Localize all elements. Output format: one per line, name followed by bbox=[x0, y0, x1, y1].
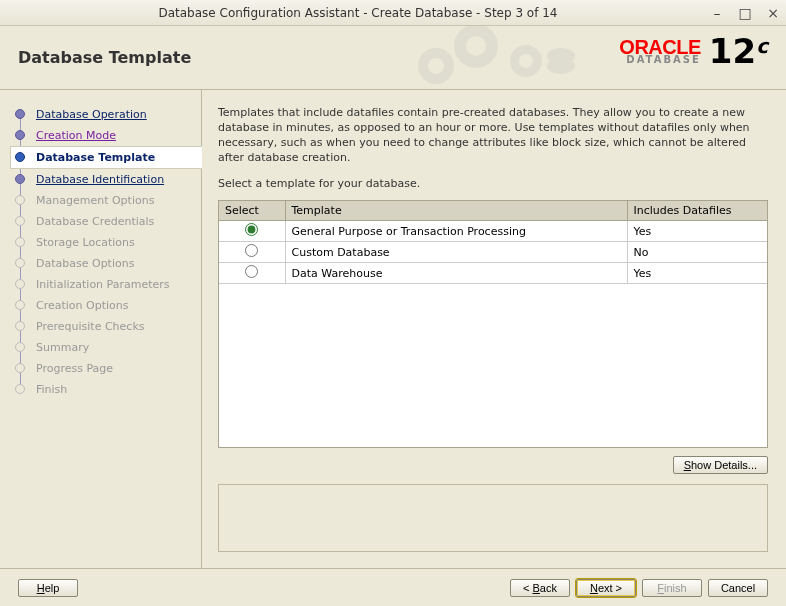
svg-point-3 bbox=[466, 36, 486, 56]
svg-point-2 bbox=[454, 26, 498, 68]
step-bullet-icon bbox=[15, 109, 25, 119]
sidebar-step-link[interactable]: Database Operation bbox=[36, 108, 147, 121]
oracle-logo: ORACLE DATABASE 12c bbox=[619, 34, 768, 68]
finish-button[interactable]: Finish bbox=[642, 579, 702, 597]
sidebar-step-label: Storage Locations bbox=[36, 236, 135, 249]
next-button[interactable]: Next > bbox=[576, 579, 636, 597]
includes-cell: No bbox=[627, 242, 767, 263]
sidebar-step-12: Progress Page bbox=[10, 358, 201, 379]
window-controls: – □ × bbox=[710, 5, 780, 21]
sidebar-step-label: Finish bbox=[36, 383, 67, 396]
col-select: Select bbox=[219, 201, 285, 221]
show-details-button[interactable]: Show Details... bbox=[673, 456, 768, 474]
svg-point-4 bbox=[510, 45, 542, 77]
window-title: Database Configuration Assistant - Creat… bbox=[6, 6, 710, 20]
step-bullet-icon bbox=[15, 195, 25, 205]
sidebar-step-label: Prerequisite Checks bbox=[36, 320, 144, 333]
template-radio[interactable] bbox=[245, 265, 258, 278]
col-template: Template bbox=[285, 201, 627, 221]
includes-cell: Yes bbox=[627, 221, 767, 242]
step-bullet-icon bbox=[15, 279, 25, 289]
step-bullet-icon bbox=[15, 216, 25, 226]
brand-version: 12c bbox=[709, 34, 768, 68]
minimize-icon[interactable]: – bbox=[710, 5, 724, 21]
sidebar-step-label: Progress Page bbox=[36, 362, 113, 375]
maximize-icon[interactable]: □ bbox=[738, 5, 752, 21]
sidebar-step-6: Storage Locations bbox=[10, 232, 201, 253]
sidebar-step-3[interactable]: Database Identification bbox=[10, 169, 201, 190]
cancel-button[interactable]: Cancel bbox=[708, 579, 768, 597]
step-list: Database OperationCreation ModeDatabase … bbox=[10, 104, 201, 400]
message-area bbox=[218, 484, 768, 552]
header-gear-decoration bbox=[406, 26, 586, 90]
sidebar-step-1[interactable]: Creation Mode bbox=[10, 125, 201, 146]
step-bullet-icon bbox=[15, 258, 25, 268]
template-radio[interactable] bbox=[245, 223, 258, 236]
sidebar-step-link[interactable]: Creation Mode bbox=[36, 129, 116, 142]
sidebar-step-5: Database Credentials bbox=[10, 211, 201, 232]
template-table: Select Template Includes Datafiles Gener… bbox=[219, 201, 767, 284]
sidebar-step-label: Creation Options bbox=[36, 299, 128, 312]
step-bullet-icon bbox=[15, 152, 25, 162]
back-button[interactable]: < Back bbox=[510, 579, 570, 597]
step-bullet-icon bbox=[15, 384, 25, 394]
sidebar: Database OperationCreation ModeDatabase … bbox=[0, 90, 202, 568]
details-row: Show Details... bbox=[218, 456, 768, 474]
main-area: Database OperationCreation ModeDatabase … bbox=[0, 90, 786, 568]
help-button[interactable]: Help bbox=[18, 579, 78, 597]
svg-point-7 bbox=[547, 58, 575, 74]
step-bullet-icon bbox=[15, 342, 25, 352]
sidebar-step-9: Creation Options bbox=[10, 295, 201, 316]
template-name-cell: Data Warehouse bbox=[285, 263, 627, 284]
step-bullet-icon bbox=[15, 130, 25, 140]
sidebar-step-label: Management Options bbox=[36, 194, 154, 207]
content-pane: Templates that include datafiles contain… bbox=[202, 90, 786, 568]
sidebar-step-link[interactable]: Database Identification bbox=[36, 173, 164, 186]
step-bullet-icon bbox=[15, 174, 25, 184]
titlebar: Database Configuration Assistant - Creat… bbox=[0, 0, 786, 26]
includes-cell: Yes bbox=[627, 263, 767, 284]
sidebar-step-0[interactable]: Database Operation bbox=[10, 104, 201, 125]
sidebar-step-8: Initialization Parameters bbox=[10, 274, 201, 295]
template-name-cell: General Purpose or Transaction Processin… bbox=[285, 221, 627, 242]
table-row[interactable]: Custom DatabaseNo bbox=[219, 242, 767, 263]
sidebar-step-7: Database Options bbox=[10, 253, 201, 274]
step-bullet-icon bbox=[15, 363, 25, 373]
sidebar-step-label: Initialization Parameters bbox=[36, 278, 170, 291]
template-name-cell: Custom Database bbox=[285, 242, 627, 263]
header: Database Template ORACLE DATABASE 12c bbox=[0, 26, 786, 90]
col-includes: Includes Datafiles bbox=[627, 201, 767, 221]
close-icon[interactable]: × bbox=[766, 5, 780, 21]
sidebar-step-label: Database Credentials bbox=[36, 215, 154, 228]
step-bullet-icon bbox=[15, 321, 25, 331]
svg-point-5 bbox=[519, 54, 533, 68]
page-title: Database Template bbox=[18, 48, 191, 67]
table-row[interactable]: Data WarehouseYes bbox=[219, 263, 767, 284]
brand-sub: DATABASE bbox=[619, 55, 700, 65]
sidebar-step-4: Management Options bbox=[10, 190, 201, 211]
table-row[interactable]: General Purpose or Transaction Processin… bbox=[219, 221, 767, 242]
footer: Help < Back Next > Finish Cancel bbox=[0, 568, 786, 606]
template-table-wrap: Select Template Includes Datafiles Gener… bbox=[218, 200, 768, 448]
step-bullet-icon bbox=[15, 237, 25, 247]
sidebar-step-10: Prerequisite Checks bbox=[10, 316, 201, 337]
svg-point-1 bbox=[428, 58, 444, 74]
sidebar-step-11: Summary bbox=[10, 337, 201, 358]
sidebar-step-label: Database Template bbox=[36, 151, 155, 164]
subdescription-text: Select a template for your database. bbox=[218, 177, 768, 190]
description-text: Templates that include datafiles contain… bbox=[218, 106, 768, 165]
svg-point-6 bbox=[547, 48, 575, 64]
svg-point-0 bbox=[418, 48, 454, 84]
template-radio[interactable] bbox=[245, 244, 258, 257]
step-bullet-icon bbox=[15, 300, 25, 310]
sidebar-step-label: Summary bbox=[36, 341, 89, 354]
sidebar-step-13: Finish bbox=[10, 379, 201, 400]
sidebar-step-2: Database Template bbox=[10, 146, 202, 169]
sidebar-step-label: Database Options bbox=[36, 257, 134, 270]
